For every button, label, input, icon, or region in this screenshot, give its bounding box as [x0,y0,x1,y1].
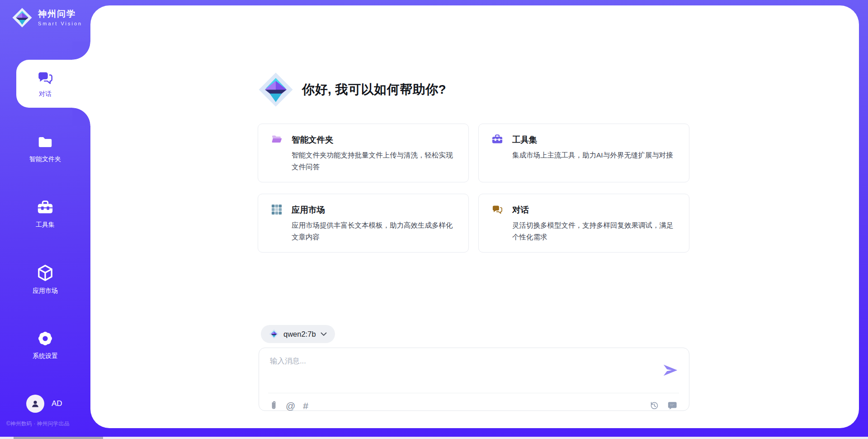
greeting: 你好, 我可以如何帮助你? [258,72,446,108]
active-tab-curve-top [72,42,90,60]
card-smart-folder[interactable]: 智能文件夹 智能文件夹功能支持批量文件上传与清洗，轻松实现文件问答 [258,124,469,182]
brand: 神州问学 Smart Vision [12,7,82,28]
sidebar-item-label: 对话 [39,90,52,98]
sidebar-item-label: 应用市场 [33,287,58,295]
sidebar-item-chat[interactable]: 对话 [16,60,91,108]
toolbox-icon [37,199,54,216]
toolbox-icon [491,134,503,145]
chevron-down-icon [321,332,327,336]
card-toolset[interactable]: 工具集 集成市场上主流工具，助力AI与外界无缝扩展与对接 [478,124,689,182]
composer-toolbar: @ # [259,397,689,414]
card-app-market[interactable]: 应用市场 应用市场提供丰富长文本模板，助力高效生成多样化文章内容 [258,194,469,253]
card-title: 智能文件夹 [292,134,334,145]
card-chat[interactable]: 对话 灵活切换多模型文件，支持多样回复效果调试，满足个性化需求 [478,194,689,253]
sidebar-item-toolset[interactable]: 工具集 [0,199,90,229]
send-button[interactable] [662,362,679,379]
message-composer: @ # [259,348,689,411]
card-description: 集成市场上主流工具，助力AI与外界无缝扩展与对接 [512,149,680,161]
chat-icon [37,69,54,86]
sidebar: 神州问学 Smart Vision 对话 [0,0,90,439]
model-name: qwen2:7b [283,330,316,339]
avatar [26,395,44,413]
paperclip-icon[interactable] [269,401,278,410]
scrollbar-thumb[interactable] [14,437,103,439]
brand-tagline: Smart Vision [38,21,82,26]
send-icon [662,362,679,379]
gear-icon [36,329,54,348]
card-title: 应用市场 [292,204,325,215]
card-title: 工具集 [512,134,538,145]
folder-open-icon [271,134,283,145]
history-icon[interactable] [649,401,659,410]
sidebar-item-label: 工具集 [36,221,55,229]
feature-cards: 智能文件夹 智能文件夹功能支持批量文件上传与清洗，轻松实现文件问答 工具集 [258,124,689,253]
greeting-title: 你好, 我可以如何帮助你? [302,81,446,98]
copyright-text: ©神州数码 · 神州问学出品 [6,420,90,428]
cube-icon [36,263,55,282]
user-initials: AD [52,399,62,408]
diamond-logo-icon [12,7,33,28]
user-profile[interactable]: AD [0,395,90,413]
active-tab-curve-bottom [72,108,90,126]
card-title: 对话 [512,204,529,215]
model-selector[interactable]: qwen2:7b [261,325,335,343]
message-input[interactable] [269,355,660,390]
card-description: 灵活切换多模型文件，支持多样回复效果调试，满足个性化需求 [512,220,680,243]
sidebar-item-smart-folder[interactable]: 智能文件夹 [0,134,90,163]
grid-icon [271,204,283,215]
card-description: 应用市场提供丰富长文本模板，助力高效生成多样化文章内容 [292,220,459,243]
chat-icon [491,204,503,215]
user-avatar-icon [30,398,41,409]
composer-divider [268,393,679,393]
sidebar-item-app-market[interactable]: 应用市场 [0,263,90,295]
card-description: 智能文件夹功能支持批量文件上传与清洗，轻松实现文件问答 [292,149,459,173]
sidebar-item-label: 系统设置 [33,352,58,360]
horizontal-scrollbar[interactable] [0,437,868,439]
comment-icon[interactable] [667,401,677,410]
brand-name: 神州问学 [38,9,82,19]
at-icon[interactable]: @ [286,401,295,410]
hash-icon[interactable]: # [303,401,308,410]
folder-icon [37,134,54,151]
sidebar-item-settings[interactable]: 系统设置 [0,329,90,360]
diamond-logo-icon [269,329,279,339]
diamond-logo-icon [258,72,294,108]
sidebar-item-label: 智能文件夹 [29,155,61,163]
